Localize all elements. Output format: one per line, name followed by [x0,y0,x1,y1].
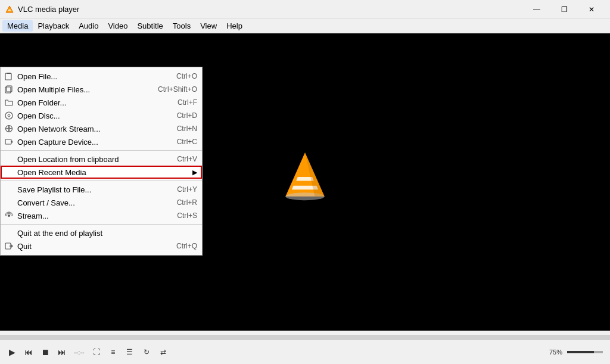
loop-button[interactable]: ↻ [139,345,154,359]
menu-open-capture[interactable]: Open Capture Device... Ctrl+C [1,135,202,148]
open-network-label: Open Network Stream... [17,125,138,133]
separator-1 [1,150,202,151]
open-disc-label: Open Disc... [17,111,138,120]
stop-button[interactable]: ⏹ [38,345,52,359]
open-location-label: Open Location from clipboard [17,155,138,164]
open-location-shortcut: Ctrl+V [150,155,197,163]
menu-open-multiple[interactable]: Open Multiple Files... Ctrl+Shift+O [1,83,202,96]
open-network-shortcut: Ctrl+N [150,125,197,133]
open-file-shortcut: Ctrl+O [150,72,197,80]
menu-open-location[interactable]: Open Location from clipboard Ctrl+V [1,153,202,166]
restore-button[interactable]: ❐ [550,0,578,19]
extended-settings-button[interactable]: ≡ [106,345,120,359]
svg-rect-9 [7,73,11,74]
quit-end-icon [4,228,14,238]
open-multiple-icon [4,85,14,94]
svg-rect-15 [5,139,11,144]
convert-save-shortcut: Ctrl+R [150,198,197,207]
volume-fill [567,351,594,353]
menu-open-network[interactable]: Open Network Stream... Ctrl+N [1,122,202,135]
open-recent-arrow: ▶ [192,169,197,176]
menu-playback[interactable]: Playback [33,20,74,32]
svg-point-13 [8,114,10,117]
menu-quit[interactable]: Quit Ctrl+Q [1,239,202,253]
quit-label: Quit [17,242,138,251]
vlc-cone-logo [278,150,332,204]
open-capture-shortcut: Ctrl+C [150,138,197,146]
stream-label: Stream... [17,211,138,220]
open-capture-icon [4,137,14,147]
open-file-label: Open File... [17,72,138,81]
svg-rect-8 [5,73,11,80]
quit-icon [4,241,14,251]
random-button[interactable]: ⇄ [156,345,170,359]
quit-end-label: Quit at the end of playlist [17,229,138,238]
menu-stream[interactable]: Stream... Ctrl+S [1,209,202,222]
quit-shortcut: Ctrl+Q [150,242,197,250]
seek-bar[interactable] [0,335,610,340]
menu-open-folder[interactable]: Open Folder... Ctrl+F [1,96,202,109]
menu-audio[interactable]: Audio [74,20,103,32]
playlist-button[interactable]: ☰ [123,345,137,359]
stream-shortcut: Ctrl+S [150,211,197,220]
menu-help[interactable]: Help [222,20,247,32]
convert-save-label: Convert / Save... [17,198,138,207]
titlebar: VLC media player — ❐ ✕ [0,0,610,19]
titlebar-controls: — ❐ ✕ [523,0,605,19]
open-folder-label: Open Folder... [17,98,138,107]
volume-bar[interactable] [567,351,603,353]
time-left: --:-- [74,349,85,356]
stream-icon [4,211,14,220]
separator-3 [1,224,202,225]
menu-video[interactable]: Video [103,20,132,32]
menubar: Media Playback Audio Video Subtitle Tool… [0,19,610,33]
menu-open-recent[interactable]: Open Recent Media ▶ [1,166,202,179]
fullscreen-button[interactable]: ⛶ [89,345,104,359]
controls-area: ▶ ⏮ ⏹ ⏭ --:-- ⛶ ≡ ☰ ↻ ⇄ 75% [0,335,610,364]
menu-open-file[interactable]: Open File... Ctrl+O [1,70,202,83]
save-playlist-shortcut: Ctrl+Y [150,185,197,194]
svg-point-17 [8,214,10,217]
open-folder-icon [4,98,14,107]
prev-button[interactable]: ⏮ [21,345,36,359]
open-capture-label: Open Capture Device... [17,138,138,147]
open-recent-label: Open Recent Media [17,168,190,177]
volume-label: 75% [549,349,562,356]
save-playlist-label: Save Playlist to File... [17,185,138,194]
menu-save-playlist[interactable]: Save Playlist to File... Ctrl+Y [1,183,202,196]
separator-2 [1,181,202,181]
svg-rect-2 [9,9,11,10]
convert-save-icon [4,198,14,207]
dropdown-menu-panel: Open File... Ctrl+O Open Multiple Files.… [0,67,203,256]
menu-subtitle[interactable]: Subtitle [132,20,167,32]
close-button[interactable]: ✕ [578,0,605,19]
svg-rect-1 [8,10,11,11]
media-dropdown: Open File... Ctrl+O Open Multiple Files.… [0,67,203,256]
titlebar-left: VLC media player [5,5,79,14]
open-network-icon [4,124,14,133]
next-button[interactable]: ⏭ [55,345,69,359]
menu-media[interactable]: Media [2,20,33,32]
open-multiple-label: Open Multiple Files... [17,85,138,94]
open-disc-shortcut: Ctrl+D [150,111,197,120]
play-button[interactable]: ▶ [5,345,19,359]
svg-point-12 [5,112,13,119]
video-area: Open File... Ctrl+O Open Multiple Files.… [0,33,610,331]
menu-tools[interactable]: Tools [168,20,195,32]
window-title: VLC media player [18,5,79,14]
open-disc-icon [4,111,14,120]
menu-open-disc[interactable]: Open Disc... Ctrl+D [1,109,202,122]
open-multiple-shortcut: Ctrl+Shift+O [150,85,197,94]
menu-view[interactable]: View [195,20,222,32]
open-file-icon [4,71,14,81]
menu-quit-end[interactable]: Quit at the end of playlist [1,226,202,239]
menu-convert-save[interactable]: Convert / Save... Ctrl+R [1,196,202,209]
open-location-icon [4,154,14,164]
save-playlist-icon [4,185,14,194]
controls-row: ▶ ⏮ ⏹ ⏭ --:-- ⛶ ≡ ☰ ↻ ⇄ 75% [0,340,610,364]
open-folder-shortcut: Ctrl+F [150,98,197,107]
minimize-button[interactable]: — [523,0,550,19]
vlc-logo-icon [5,5,14,14]
open-recent-icon [4,167,14,177]
